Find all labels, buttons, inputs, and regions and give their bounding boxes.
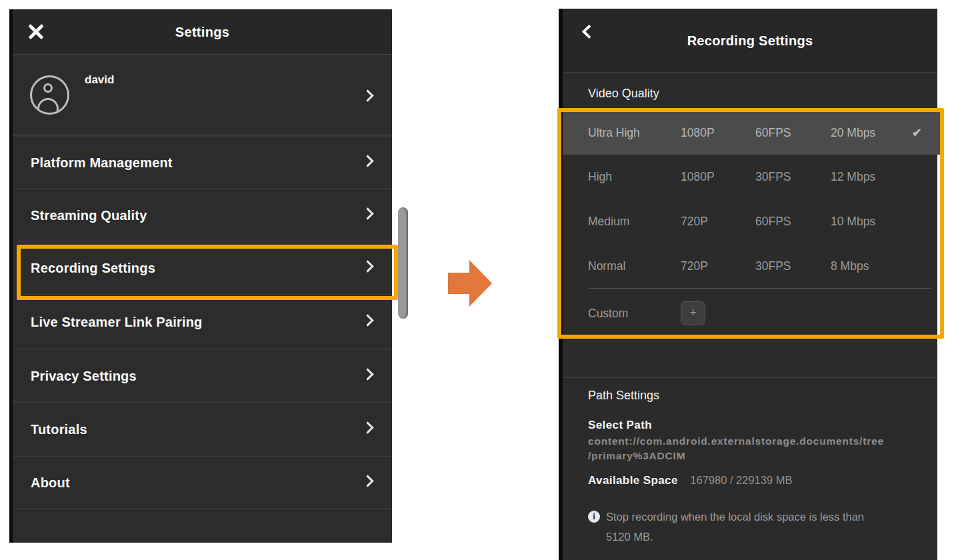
quality-row-normal[interactable]: Normal 720P 30FPS 8 Mbps	[563, 244, 940, 288]
info-icon: i	[588, 511, 600, 523]
sidebar-item-privacy-settings[interactable]: Privacy Settings	[13, 349, 392, 401]
sidebar-item-recording-settings[interactable]: Recording Settings	[13, 241, 392, 294]
settings-screen: Settings david Platform Management Strea…	[9, 9, 392, 543]
select-path-block[interactable]: Select Path content://com.android.extern…	[588, 419, 921, 463]
quality-name: Medium	[588, 215, 681, 229]
menu-footer-strip	[13, 508, 392, 543]
path-uri-line1: content://com.android.externalstorage.do…	[588, 434, 921, 449]
quality-resolution: 720P	[681, 215, 755, 229]
quality-fps: 60FPS	[755, 126, 831, 140]
plus-icon[interactable]: +	[681, 301, 705, 325]
section-divider	[563, 377, 937, 378]
quality-name: Ultra High	[588, 126, 681, 140]
sidebar-item-live-streamer-link-pairing[interactable]: Live Streamer Link Pairing	[13, 294, 392, 349]
quality-row-ultra-high[interactable]: Ultra High 1080P 60FPS 20 Mbps ✔	[563, 111, 940, 155]
chevron-right-icon	[361, 368, 373, 380]
quality-row-medium[interactable]: Medium 720P 60FPS 10 Mbps	[563, 199, 940, 244]
sidebar-item-tutorials[interactable]: Tutorials	[13, 401, 392, 456]
chevron-right-icon	[361, 475, 373, 487]
screenshot-stage: Settings david Platform Management Strea…	[0, 0, 962, 560]
quality-bitrate: 12 Mbps	[831, 170, 912, 184]
menu-label: About	[31, 475, 70, 491]
select-path-label: Select Path	[588, 419, 921, 432]
menu-label: Tutorials	[31, 422, 87, 437]
quality-fps: 60FPS	[755, 215, 831, 229]
quality-resolution: 1080P	[681, 170, 755, 184]
profile-row[interactable]: david	[13, 55, 392, 135]
sidebar-item-about[interactable]: About	[13, 456, 392, 508]
menu-label: Recording Settings	[31, 261, 155, 276]
quality-resolution: 1080P	[681, 126, 755, 140]
disk-space-note: i Stop recording when the local disk spa…	[588, 507, 925, 547]
arrow-right-icon	[448, 260, 492, 307]
quality-row-custom: Custom +	[563, 289, 940, 338]
quality-row-high[interactable]: High 1080P 30FPS 12 Mbps	[563, 155, 940, 199]
profile-name: david	[85, 73, 114, 87]
settings-title: Settings	[13, 9, 392, 55]
chevron-right-icon	[361, 314, 373, 326]
available-space-label: Available Space	[588, 474, 678, 487]
scrollbar-thumb[interactable]	[398, 207, 408, 319]
available-space-row: Available Space 167980 / 229139 MB	[588, 474, 921, 487]
quality-name: High	[588, 170, 681, 184]
chevron-right-icon	[361, 89, 373, 101]
chevron-right-icon	[361, 155, 373, 167]
note-line2: 5120 MB.	[606, 531, 653, 543]
quality-bitrate: 10 Mbps	[831, 215, 912, 229]
quality-bitrate: 8 Mbps	[831, 259, 912, 273]
available-space-value: 167980 / 229139 MB	[690, 474, 792, 486]
recording-settings-header: Recording Settings	[563, 9, 937, 73]
recording-settings-screen: Recording Settings Video Quality Ultra H…	[559, 9, 937, 560]
chevron-right-icon	[361, 421, 373, 433]
avatar-icon	[30, 75, 69, 115]
check-icon: ✔	[912, 127, 940, 139]
note-line1: Stop recording when the local disk space…	[606, 511, 864, 523]
menu-label: Streaming Quality	[31, 207, 147, 223]
menu-label: Platform Management	[31, 155, 173, 170]
path-uri-line2: /primary%3ADCIM	[588, 449, 921, 463]
quality-bitrate: 20 Mbps	[831, 126, 912, 140]
chevron-right-icon	[361, 207, 373, 219]
menu-label: Live Streamer Link Pairing	[31, 315, 203, 330]
sidebar-item-streaming-quality[interactable]: Streaming Quality	[13, 188, 392, 241]
quality-fps: 30FPS	[755, 170, 831, 184]
quality-name: Normal	[588, 259, 681, 273]
menu-label: Privacy Settings	[31, 368, 137, 383]
chevron-right-icon	[361, 260, 373, 272]
path-settings-section-label: Path Settings	[588, 389, 659, 403]
quality-fps: 30FPS	[755, 259, 831, 273]
recording-settings-title: Recording Settings	[563, 9, 937, 73]
quality-resolution: 720P	[681, 259, 755, 273]
video-quality-section-label: Video Quality	[588, 87, 659, 101]
settings-header: Settings	[13, 9, 392, 55]
sidebar-item-platform-management[interactable]: Platform Management	[13, 135, 392, 188]
custom-label: Custom	[588, 307, 681, 321]
